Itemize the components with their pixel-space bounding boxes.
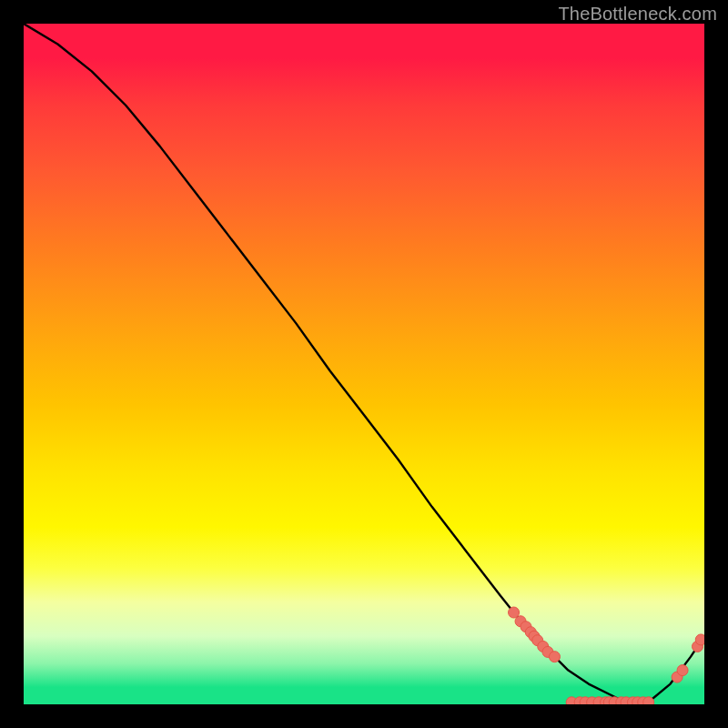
data-marker — [695, 634, 704, 645]
data-marker — [643, 697, 654, 704]
marker-group — [509, 607, 704, 704]
attribution-text: TheBottleneck.com — [558, 4, 717, 25]
data-marker — [677, 665, 688, 676]
data-marker — [549, 652, 560, 662]
bottleneck-curve — [24, 24, 704, 704]
chart-svg — [24, 24, 704, 704]
plot-area — [24, 24, 704, 704]
chart-stage: TheBottleneck.com — [0, 0, 728, 728]
